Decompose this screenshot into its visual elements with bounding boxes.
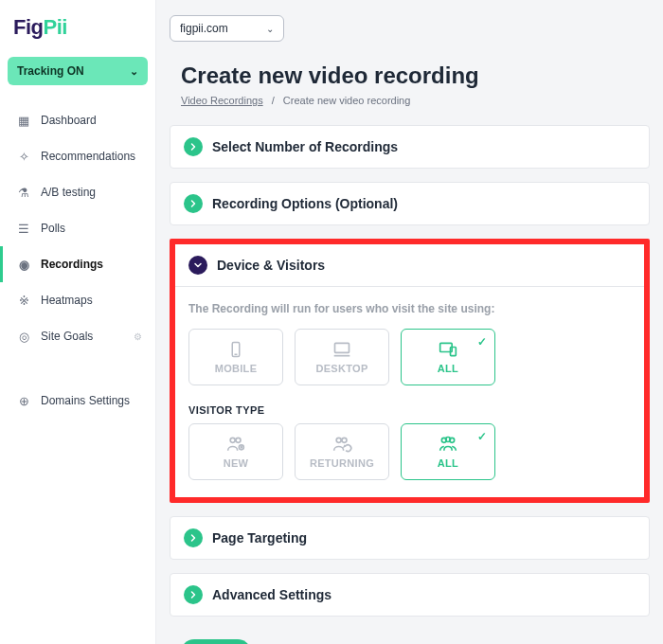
heatmap-icon: ※ [16, 293, 31, 308]
users-icon [436, 435, 460, 454]
tile-label: MOBILE [215, 363, 258, 374]
main-content: figpii.com ⌄ Create new video recording … [156, 0, 663, 644]
globe-icon: ⊕ [16, 393, 31, 408]
section-recording-options[interactable]: Recording Options (Optional) [170, 182, 650, 225]
section-title: Advanced Settings [212, 587, 332, 602]
sidebar-item-heatmaps[interactable]: ※ Heatmaps [0, 282, 155, 318]
svg-point-7 [236, 438, 241, 442]
breadcrumb-sep: / [272, 95, 275, 106]
sidebar-item-label: Recordings [41, 258, 103, 271]
sidebar: FigPii Tracking ON ⌄ ▦ Dashboard ✧ Recom… [0, 0, 156, 644]
sidebar-item-label: Dashboard [41, 114, 97, 127]
chevron-right-icon [184, 585, 203, 604]
device-tile-all[interactable]: ✓ ALL [401, 329, 495, 385]
desktop-icon [330, 340, 354, 359]
sidebar-item-dashboard[interactable]: ▦ Dashboard [0, 102, 155, 138]
save-button[interactable]: Save › [181, 639, 251, 644]
chevron-down-icon: ⌄ [266, 24, 274, 34]
sidebar-item-recommendations[interactable]: ✧ Recommendations [0, 138, 155, 174]
dashboard-icon: ▦ [16, 113, 31, 128]
device-tile-mobile[interactable]: MOBILE [188, 329, 283, 385]
logo: FigPii [0, 9, 155, 53]
section-device-visitors: Device & Visitors The Recording will run… [170, 239, 650, 503]
user-return-icon [330, 435, 354, 454]
sidebar-item-sitegoals[interactable]: ◎ Site Goals ⚙ [0, 318, 155, 354]
site-selector-value: figpii.com [180, 22, 228, 35]
sidebar-item-label: Domains Settings [41, 394, 130, 407]
page-title: Create new video recording [181, 63, 650, 89]
devices-icon [436, 340, 460, 359]
visitor-tiles: NEW RETURNING ✓ ALL [188, 423, 631, 480]
gear-icon: ⚙ [134, 331, 142, 342]
mobile-icon [224, 340, 248, 359]
section-title: Device & Visitors [217, 258, 325, 273]
sidebar-item-label: A/B testing [41, 186, 96, 199]
section-page-targeting[interactable]: Page Targeting [170, 516, 650, 560]
topbar: figpii.com ⌄ [170, 9, 650, 57]
tile-label: RETURNING [310, 457, 374, 469]
device-tile-desktop[interactable]: DESKTOP [295, 329, 389, 385]
visitor-tile-returning[interactable]: RETURNING [295, 423, 389, 480]
sidebar-item-polls[interactable]: ☰ Polls [0, 210, 155, 246]
tile-label: DESKTOP [315, 363, 367, 374]
section-advanced-settings[interactable]: Advanced Settings [170, 573, 650, 617]
svg-point-6 [230, 438, 235, 442]
section-number-recordings[interactable]: Select Number of Recordings [170, 125, 650, 169]
list-icon: ☰ [16, 221, 31, 236]
sidebar-item-label: Heatmaps [41, 294, 93, 307]
target-icon: ◎ [16, 329, 31, 344]
sidebar-item-label: Recommendations [41, 150, 135, 163]
chevron-right-icon [184, 137, 203, 156]
chevron-right-icon [184, 194, 203, 213]
sparkle-icon: ✧ [16, 149, 31, 164]
tile-label: ALL [438, 363, 458, 374]
svg-point-12 [342, 438, 347, 442]
device-hint: The Recording will run for users who vis… [188, 302, 631, 315]
svg-rect-2 [335, 343, 349, 352]
section-title: Select Number of Recordings [212, 139, 398, 154]
check-icon: ✓ [477, 335, 487, 349]
svg-point-11 [336, 438, 341, 442]
sidebar-item-abtesting[interactable]: ⚗ A/B testing [0, 174, 155, 210]
sidebar-item-label: Site Goals [41, 330, 93, 343]
section-title: Recording Options (Optional) [212, 196, 398, 211]
tile-label: NEW [224, 457, 249, 469]
sidebar-item-label: Polls [41, 222, 65, 235]
site-selector[interactable]: figpii.com ⌄ [170, 15, 284, 42]
tile-label: ALL [438, 457, 458, 469]
svg-point-15 [450, 438, 455, 442]
check-icon: ✓ [477, 430, 487, 443]
visitor-type-heading: VISITOR TYPE [188, 404, 631, 416]
chevron-down-icon [188, 256, 207, 275]
sidebar-item-domains[interactable]: ⊕ Domains Settings [0, 383, 155, 419]
visitor-tile-new[interactable]: NEW [188, 423, 283, 480]
device-tiles: MOBILE DESKTOP ✓ ALL [188, 329, 631, 385]
chevron-down-icon: ⌄ [130, 65, 138, 78]
breadcrumb-here: Create new video recording [283, 95, 411, 106]
section-title: Page Targeting [212, 530, 307, 546]
user-plus-icon [224, 435, 248, 454]
tracking-badge-label: Tracking ON [17, 64, 84, 78]
sidebar-item-recordings[interactable]: ◉ Recordings [0, 246, 155, 282]
section-header[interactable]: Device & Visitors [175, 244, 644, 286]
tracking-badge[interactable]: Tracking ON ⌄ [8, 57, 148, 85]
breadcrumb: Video Recordings / Create new video reco… [181, 95, 650, 106]
visitor-tile-all[interactable]: ✓ ALL [401, 423, 495, 480]
flask-icon: ⚗ [16, 185, 31, 200]
record-icon: ◉ [16, 257, 31, 272]
breadcrumb-root[interactable]: Video Recordings [181, 95, 263, 106]
chevron-right-icon [184, 528, 203, 547]
